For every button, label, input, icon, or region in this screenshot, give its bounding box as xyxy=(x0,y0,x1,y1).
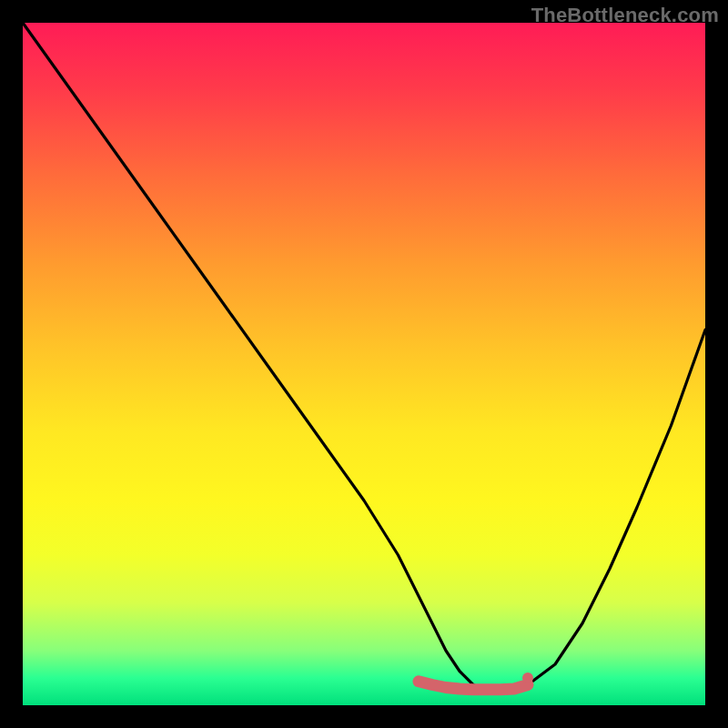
curve-svg xyxy=(23,23,705,705)
plot-area xyxy=(23,23,705,705)
highlight-point xyxy=(522,672,533,683)
bottleneck-curve xyxy=(23,23,705,692)
highlight-segment xyxy=(419,682,528,690)
chart-container: TheBottleneck.com xyxy=(0,0,728,728)
